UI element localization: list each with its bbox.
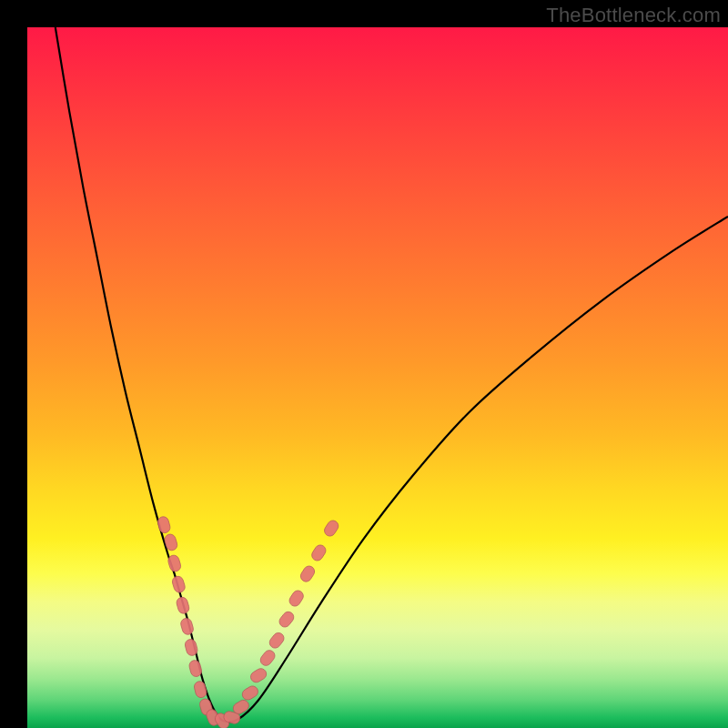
marker (240, 684, 260, 703)
svg-rect-17 (268, 631, 287, 651)
marker (157, 515, 171, 533)
svg-rect-3 (171, 575, 187, 594)
marker (176, 596, 190, 615)
plot-area (27, 27, 728, 728)
watermark-text: TheBottleneck.com (546, 4, 721, 27)
svg-rect-5 (179, 617, 194, 636)
marker (278, 610, 297, 630)
svg-rect-4 (176, 596, 190, 615)
curve-markers (157, 515, 340, 728)
marker (298, 564, 317, 584)
marker (193, 680, 207, 698)
marker (248, 666, 268, 684)
marker (309, 543, 328, 563)
svg-rect-14 (240, 684, 260, 703)
marker (179, 617, 194, 636)
svg-rect-21 (309, 543, 328, 563)
svg-rect-0 (157, 515, 171, 533)
svg-rect-16 (258, 648, 278, 668)
marker (171, 575, 187, 594)
marker (268, 631, 287, 651)
bottleneck-curve (56, 27, 728, 722)
svg-rect-18 (278, 610, 297, 630)
svg-rect-15 (248, 666, 268, 684)
svg-rect-20 (298, 564, 317, 584)
marker (258, 648, 278, 668)
chart-frame: TheBottleneck.com (0, 0, 728, 728)
marker (322, 519, 340, 539)
svg-rect-8 (193, 680, 207, 698)
curve-svg (27, 27, 728, 728)
svg-rect-19 (288, 589, 306, 609)
marker (288, 589, 306, 609)
svg-rect-22 (322, 519, 340, 539)
